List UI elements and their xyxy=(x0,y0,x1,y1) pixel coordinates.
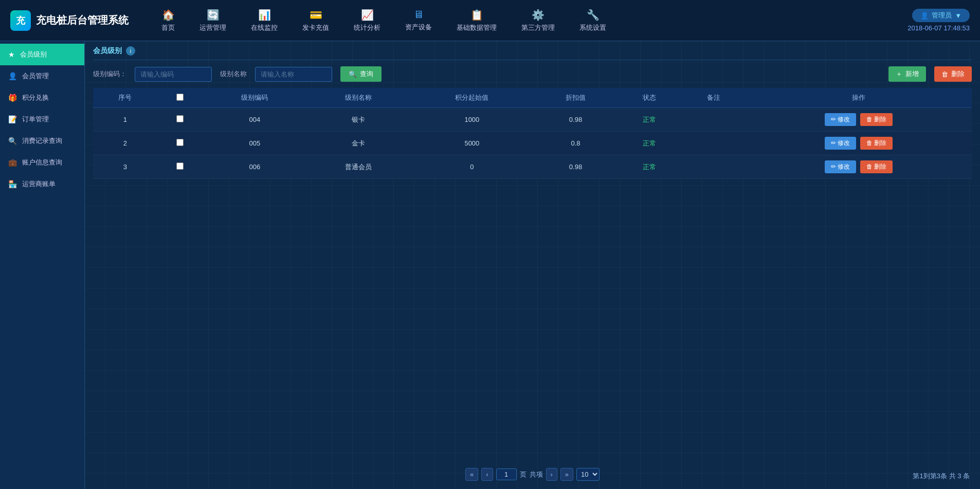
user-badge[interactable]: 管理员 ▼ xyxy=(912,9,970,22)
cell-status: 正常 xyxy=(618,155,682,179)
toolbar: 级别编码： 级别名称 🔍 查询 ＋ 新增 🗑 删除 xyxy=(93,66,972,82)
row-checkbox[interactable] xyxy=(176,115,184,122)
data-table: 序号 级别编码 级别名称 积分起始值 折扣值 状态 备注 操作 1 xyxy=(93,88,972,179)
sidebar-item-consume[interactable]: 🔍 消费记录查询 xyxy=(0,130,84,152)
cell-code: 005 xyxy=(203,132,307,155)
basic-icon: 📋 xyxy=(470,9,483,21)
col-status: 状态 xyxy=(618,88,682,108)
info-icon[interactable]: i xyxy=(126,46,135,56)
col-code: 级别编码 xyxy=(203,88,307,108)
cell-index: 2 xyxy=(93,132,157,155)
page-number-input[interactable] xyxy=(496,468,517,480)
edit-button[interactable]: ✏ 修改 xyxy=(825,113,856,126)
pagination-info: 第1到第3条 共 3 条 xyxy=(913,472,970,481)
nav-home-label: 首页 xyxy=(161,23,175,32)
cell-code: 006 xyxy=(203,155,307,179)
ops-icon: 🔄 xyxy=(207,9,220,21)
status-badge: 正常 xyxy=(643,163,656,171)
col-index: 序号 xyxy=(93,88,157,108)
system-icon: 🔧 xyxy=(587,9,600,21)
prev-page-button[interactable]: ‹ xyxy=(481,468,493,481)
search-button[interactable]: 🔍 查询 xyxy=(340,66,382,82)
home-icon: 🏠 xyxy=(162,9,175,21)
cell-checkbox xyxy=(157,132,203,155)
nav-recharge-label: 发卡充值 xyxy=(302,23,329,32)
sidebar-item-merchant[interactable]: 🏪 运营商账单 xyxy=(0,173,84,195)
delete-btn-label: 删除 xyxy=(951,69,965,79)
sidebar-item-points[interactable]: 🎁 积分兑换 xyxy=(0,87,84,108)
next-page-button[interactable]: › xyxy=(546,468,557,481)
row-checkbox[interactable] xyxy=(176,139,184,146)
nav-ops[interactable]: 🔄 运营管理 xyxy=(187,5,239,37)
nav-home[interactable]: 🏠 首页 xyxy=(149,5,187,37)
sidebar-item-order[interactable]: 📝 订单管理 xyxy=(0,108,84,130)
table-header-row: 序号 级别编码 级别名称 积分起始值 折扣值 状态 备注 操作 xyxy=(93,88,972,108)
sidebar-item-member-manage[interactable]: 👤 会员管理 xyxy=(0,65,84,87)
nav-third-label: 第三方管理 xyxy=(521,23,555,32)
nav-system-label: 系统设置 xyxy=(579,23,606,32)
per-page-select[interactable]: 10 20 50 xyxy=(576,468,600,481)
cell-discount: 0.8 xyxy=(534,132,618,155)
sidebar-label-merchant: 运营商账单 xyxy=(22,179,56,189)
sidebar-item-member-level[interactable]: ★ 会员级别 xyxy=(0,44,84,65)
header: 充 充电桩后台管理系统 🏠 首页 🔄 运营管理 📊 在线监控 💳 发卡充值 📈 … xyxy=(0,0,980,41)
logo-icon: 充 xyxy=(10,10,31,31)
table-row: 1 004 银卡 1000 0.98 正常 ✏ 修改 🗑 删除 xyxy=(93,108,972,132)
user-name: 管理员 xyxy=(932,11,952,20)
edit-button[interactable]: ✏ 修改 xyxy=(825,137,856,150)
row-delete-button[interactable]: 🗑 删除 xyxy=(860,113,893,126)
col-discount: 折扣值 xyxy=(534,88,618,108)
row-delete-button[interactable]: 🗑 删除 xyxy=(860,137,893,150)
sidebar: ★ 会员级别 👤 会员管理 🎁 积分兑换 📝 订单管理 🔍 消费记录查询 💼 账… xyxy=(0,41,85,489)
select-all-checkbox[interactable] xyxy=(176,94,184,101)
last-page-button[interactable]: » xyxy=(560,468,573,481)
code-label: 级别编码： xyxy=(93,69,126,79)
cell-index: 3 xyxy=(93,155,157,179)
first-page-button[interactable]: « xyxy=(465,468,478,481)
cell-name: 银卡 xyxy=(306,108,410,132)
cell-remark xyxy=(682,108,746,132)
nav-basic-label: 基础数据管理 xyxy=(457,23,497,32)
cell-discount: 0.98 xyxy=(534,155,618,179)
nav-system[interactable]: 🔧 系统设置 xyxy=(567,5,619,37)
row-delete-button[interactable]: 🗑 删除 xyxy=(860,160,893,173)
name-label: 级别名称 xyxy=(220,69,247,79)
datetime: 2018-06-07 17:48:53 xyxy=(908,24,970,32)
search-icon: 🔍 xyxy=(8,137,17,145)
cell-action: ✏ 修改 🗑 删除 xyxy=(746,155,972,179)
nav-monitor-label: 在线监控 xyxy=(251,23,278,32)
cell-status: 正常 xyxy=(618,108,682,132)
nav-stats-label: 统计分析 xyxy=(354,23,380,32)
nav-stats[interactable]: 📈 统计分析 xyxy=(341,5,393,37)
edit-button[interactable]: ✏ 修改 xyxy=(825,160,856,173)
cell-points: 1000 xyxy=(410,108,534,132)
delete-icon: 🗑 xyxy=(941,70,948,78)
batch-delete-button[interactable]: 🗑 删除 xyxy=(934,66,972,82)
recharge-icon: 💳 xyxy=(310,9,322,21)
code-input[interactable] xyxy=(135,67,212,82)
nav-third[interactable]: ⚙️ 第三方管理 xyxy=(509,5,567,37)
cell-checkbox xyxy=(157,155,203,179)
nav-monitor[interactable]: 📊 在线监控 xyxy=(239,5,290,37)
nav-assets[interactable]: 🖥 资产设备 xyxy=(393,5,444,36)
pagination: « ‹ 页 共项 › » 10 20 50 xyxy=(85,468,980,481)
nav-basic[interactable]: 📋 基础数据管理 xyxy=(444,5,509,37)
gift-icon: 🎁 xyxy=(8,94,17,102)
row-checkbox[interactable] xyxy=(176,162,184,170)
name-input[interactable] xyxy=(255,67,332,82)
sidebar-label-member-manage: 会员管理 xyxy=(22,71,49,81)
assets-icon: 🖥 xyxy=(413,9,424,21)
page-label: 页 xyxy=(520,470,527,479)
status-badge: 正常 xyxy=(643,116,656,123)
total-label: 共项 xyxy=(530,470,543,479)
sidebar-item-account[interactable]: 💼 账户信息查询 xyxy=(0,152,84,173)
nav-recharge[interactable]: 💳 发卡充值 xyxy=(290,5,341,37)
merchant-icon: 🏪 xyxy=(8,180,17,188)
cell-checkbox xyxy=(157,108,203,132)
cell-points: 0 xyxy=(410,155,534,179)
order-icon: 📝 xyxy=(8,115,17,123)
cell-remark xyxy=(682,132,746,155)
cell-remark xyxy=(682,155,746,179)
add-button[interactable]: ＋ 新增 xyxy=(888,66,926,82)
monitor-icon: 📊 xyxy=(258,9,271,21)
